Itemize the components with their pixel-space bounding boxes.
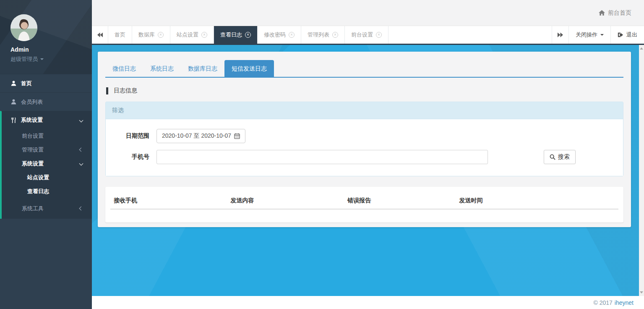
sidebar-item-label: 站点设置 bbox=[27, 174, 49, 181]
tabbar: 首页 数据库 × 站点设置 × 查看日志 × 修改密码 × 管理列表 × bbox=[92, 26, 644, 45]
sidebar-item-system-tools[interactable]: 系统工具 bbox=[2, 202, 92, 215]
scrollbar-down-arrow-icon[interactable] bbox=[640, 291, 643, 293]
close-operations-label: 关闭操作 bbox=[576, 31, 597, 39]
search-button-label: 搜索 bbox=[558, 153, 570, 161]
sidebar-item-members[interactable]: 会员列表 bbox=[0, 92, 92, 111]
tabs-scroll-left-button[interactable] bbox=[92, 26, 108, 44]
phone-input[interactable] bbox=[156, 150, 488, 164]
caret-down-icon bbox=[600, 34, 604, 36]
sidebar-item-frontend-settings[interactable]: 前台设置 bbox=[2, 129, 92, 143]
log-tab-label: 微信日志 bbox=[112, 65, 136, 72]
close-tab-icon[interactable]: × bbox=[332, 32, 338, 38]
filter-title: 筛选 bbox=[112, 107, 124, 113]
tab-label: 站点设置 bbox=[177, 31, 198, 39]
close-tab-icon[interactable]: × bbox=[376, 32, 382, 38]
frontend-home-link[interactable]: 前台首页 bbox=[599, 9, 631, 17]
sidebar-item-label: 查看日志 bbox=[27, 188, 49, 195]
chevron-down-icon bbox=[79, 118, 83, 122]
cutlery-icon bbox=[10, 117, 17, 123]
profile-section: Admin 超级管理员 bbox=[0, 0, 92, 74]
sidebar-submenu: 前台设置 管理设置 系统设置 站点设置 bbox=[2, 129, 92, 219]
sidebar-item-label: 前台设置 bbox=[22, 132, 44, 140]
tab-sms-log[interactable]: 短信发送日志 bbox=[224, 60, 274, 77]
sidebar-item-label: 管理设置 bbox=[22, 146, 44, 154]
sign-out-icon bbox=[618, 32, 623, 38]
footer: © 2017 iheynet bbox=[92, 296, 644, 309]
footer-brand-link[interactable]: iheynet bbox=[615, 299, 634, 306]
column-header-content: 发送内容 bbox=[227, 192, 344, 209]
frontend-home-label: 前台首页 bbox=[608, 9, 631, 17]
sidebar-item-label: 系统设置 bbox=[21, 116, 43, 124]
tab-label: 首页 bbox=[115, 31, 125, 39]
tab-home[interactable]: 首页 bbox=[108, 26, 132, 44]
sidebar-item-home[interactable]: 首页 bbox=[0, 74, 92, 92]
chevron-left-icon bbox=[79, 148, 83, 152]
profile-role-dropdown[interactable]: 超级管理员 bbox=[10, 55, 92, 63]
column-header-time: 发送时间 bbox=[456, 192, 618, 209]
filter-row-phone: 手机号 搜索 bbox=[112, 150, 617, 164]
angle-double-right-icon bbox=[557, 32, 563, 37]
sidebar-item-site-settings[interactable]: 站点设置 bbox=[2, 170, 92, 184]
date-range-label: 日期范围 bbox=[112, 132, 156, 140]
sidebar-item-label: 会员列表 bbox=[21, 98, 43, 106]
chevron-left-icon bbox=[79, 207, 83, 211]
sidebar-item-system-settings[interactable]: 系统设置 bbox=[2, 111, 92, 129]
section-title: 日志信息 bbox=[106, 87, 623, 94]
tab-database-log[interactable]: 数据库日志 bbox=[181, 60, 224, 77]
tab-label: 查看日志 bbox=[220, 31, 242, 39]
footer-copyright: © 2017 bbox=[593, 299, 612, 306]
user-icon bbox=[10, 80, 17, 86]
filter-panel-body: 日期范围 2020-10-07 至 2020-10-07 bbox=[106, 119, 623, 176]
tab-site-settings[interactable]: 站点设置 × bbox=[170, 26, 214, 44]
tabs-scroll-right-button[interactable] bbox=[552, 26, 568, 44]
close-tab-icon[interactable]: × bbox=[158, 32, 164, 38]
close-tab-icon[interactable]: × bbox=[201, 32, 207, 38]
close-operations-dropdown[interactable]: 关闭操作 bbox=[568, 26, 610, 44]
vertical-scrollbar[interactable] bbox=[639, 45, 644, 296]
close-tab-icon[interactable]: × bbox=[245, 32, 251, 38]
logs-panel: 微信日志 系统日志 数据库日志 短信发送日志 bbox=[98, 52, 631, 227]
avatar[interactable] bbox=[10, 14, 37, 41]
tab-change-password[interactable]: 修改密码 × bbox=[258, 26, 301, 44]
main-column: 前台首页 首页 数据库 × 站点设置 × 查看日志 × bbox=[92, 0, 644, 309]
tab-label: 修改密码 bbox=[264, 31, 286, 39]
user-icon bbox=[10, 99, 17, 105]
tab-label: 管理列表 bbox=[308, 31, 329, 39]
log-type-tabs: 微信日志 系统日志 数据库日志 短信发送日志 bbox=[105, 60, 623, 78]
log-tab-label: 系统日志 bbox=[150, 65, 174, 72]
profile-name[interactable]: Admin bbox=[10, 46, 92, 53]
tab-frontend-settings[interactable]: 前台设置 × bbox=[345, 26, 388, 44]
date-range-picker[interactable]: 2020-10-07 至 2020-10-07 bbox=[156, 129, 245, 143]
logout-button[interactable]: 退出 bbox=[610, 26, 644, 44]
date-range-value: 2020-10-07 至 2020-10-07 bbox=[162, 132, 231, 140]
scrollbar-up-arrow-icon[interactable] bbox=[640, 47, 643, 50]
admin-app: Admin 超级管理员 首页 会员列表 bbox=[0, 0, 644, 309]
tab-admin-list[interactable]: 管理列表 × bbox=[301, 26, 345, 44]
search-icon bbox=[550, 154, 555, 160]
tab-label: 前台设置 bbox=[351, 31, 373, 39]
profile-role-label: 超级管理员 bbox=[10, 55, 38, 63]
sidebar-item-label: 首页 bbox=[21, 80, 32, 87]
section-title-bar bbox=[106, 87, 108, 94]
filter-row-date: 日期范围 2020-10-07 至 2020-10-07 bbox=[112, 129, 617, 143]
tab-wechat-log[interactable]: 微信日志 bbox=[105, 60, 143, 77]
close-tab-icon[interactable]: × bbox=[289, 32, 295, 38]
sidebar-item-system-settings-sub[interactable]: 系统设置 bbox=[2, 157, 92, 170]
log-tab-label: 短信发送日志 bbox=[232, 65, 267, 72]
chevron-down-icon bbox=[79, 162, 83, 166]
search-button[interactable]: 搜索 bbox=[544, 150, 576, 164]
avatar-image bbox=[10, 14, 37, 41]
filter-panel: 筛选 日期范围 2020-10-07 至 2020-10-07 bbox=[105, 102, 623, 176]
filter-panel-header: 筛选 bbox=[106, 102, 623, 119]
tabbar-right-controls: 关闭操作 退出 bbox=[552, 26, 644, 44]
sidebar: Admin 超级管理员 首页 会员列表 bbox=[0, 0, 92, 309]
caret-down-icon bbox=[40, 58, 44, 60]
tab-view-logs[interactable]: 查看日志 × bbox=[214, 26, 258, 44]
phone-label: 手机号 bbox=[112, 153, 156, 161]
sidebar-item-view-logs[interactable]: 查看日志 bbox=[2, 184, 92, 198]
sidebar-item-admin-settings[interactable]: 管理设置 bbox=[2, 143, 92, 157]
calendar-icon bbox=[234, 133, 240, 139]
column-header-error: 错误报告 bbox=[344, 192, 456, 209]
tab-database[interactable]: 数据库 × bbox=[132, 26, 170, 44]
tab-system-log[interactable]: 系统日志 bbox=[143, 60, 181, 77]
